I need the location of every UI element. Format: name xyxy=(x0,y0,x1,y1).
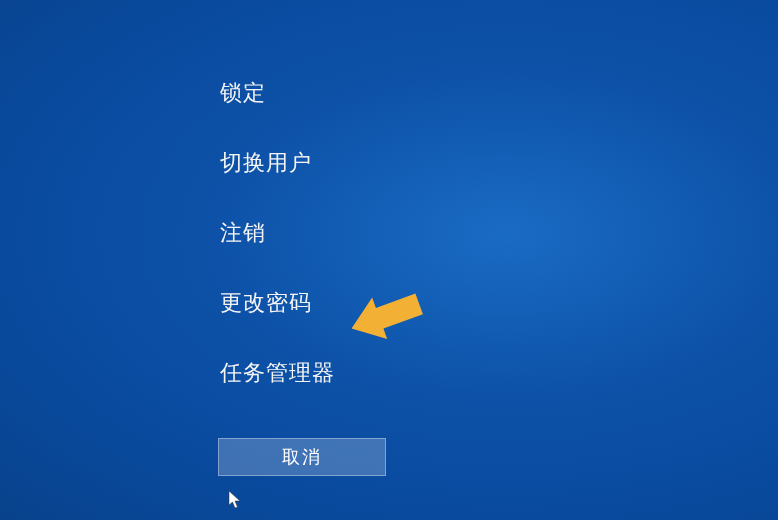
menu-item-label: 锁定 xyxy=(220,80,266,105)
menu-item-label: 任务管理器 xyxy=(220,360,335,385)
menu-item-label: 更改密码 xyxy=(220,290,312,315)
menu-item-label: 切换用户 xyxy=(220,150,312,175)
menu-item-switch-user[interactable]: 切换用户 xyxy=(220,148,335,178)
annotation-arrow-icon xyxy=(342,276,435,358)
menu-item-lock[interactable]: 锁定 xyxy=(220,78,335,108)
security-options-menu: 锁定 切换用户 注销 更改密码 任务管理器 xyxy=(220,78,335,428)
menu-item-sign-out[interactable]: 注销 xyxy=(220,218,335,248)
cancel-button-label: 取消 xyxy=(282,445,322,469)
menu-item-task-manager[interactable]: 任务管理器 xyxy=(220,358,335,388)
menu-item-label: 注销 xyxy=(220,220,266,245)
mouse-cursor-icon xyxy=(228,490,244,510)
cancel-button[interactable]: 取消 xyxy=(218,438,386,476)
menu-item-change-password[interactable]: 更改密码 xyxy=(220,288,335,318)
